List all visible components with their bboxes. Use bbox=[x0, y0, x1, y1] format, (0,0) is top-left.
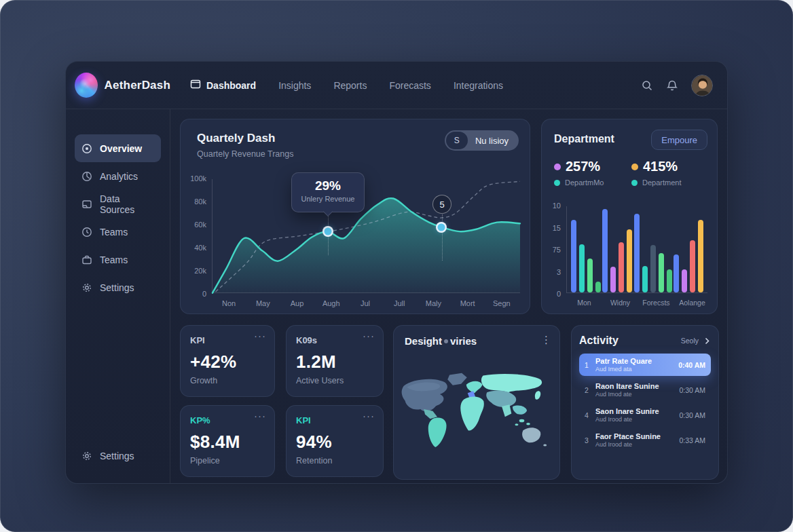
activity-item-title: Faor Ptace Sunine bbox=[595, 432, 674, 440]
kpi-label: K09s bbox=[296, 335, 373, 345]
map-title-right: viries bbox=[450, 335, 477, 347]
activity-time: 0:40 AM bbox=[678, 361, 705, 369]
tooltip-label: Unlery Revenue bbox=[292, 195, 364, 203]
bar-group bbox=[634, 206, 672, 292]
nav-item-reports[interactable]: Reports bbox=[333, 80, 367, 91]
kpi-menu-ellipsis-icon[interactable]: ··· bbox=[363, 330, 375, 341]
user-avatar[interactable] bbox=[691, 75, 713, 96]
legend-dot-teal bbox=[554, 180, 560, 186]
bar[interactable] bbox=[587, 259, 593, 292]
bar[interactable] bbox=[610, 267, 616, 292]
analytics-icon bbox=[81, 171, 92, 182]
search-icon[interactable] bbox=[641, 79, 653, 92]
department-stat: 257% DepartmMo bbox=[554, 159, 631, 187]
sidebar-item-overview[interactable]: Overview bbox=[75, 134, 161, 162]
content-area: Quartely Dash Quartely Revenue Trangs S … bbox=[170, 109, 727, 483]
bar-group bbox=[571, 206, 601, 292]
sidebar-item-analytics[interactable]: Analytics bbox=[75, 162, 161, 190]
kpi-label: KPI bbox=[296, 415, 373, 425]
nav-item-integrations[interactable]: Integrations bbox=[454, 80, 503, 91]
bar[interactable] bbox=[682, 269, 687, 292]
sidebar: Overview Analytics Data Sources Teams Te… bbox=[66, 109, 170, 483]
department-y-axis: 10157530 bbox=[542, 202, 561, 298]
kpi-menu-ellipsis-icon[interactable]: ··· bbox=[363, 410, 375, 421]
kpi-card-retention: KPI ··· 94% Retention bbox=[286, 405, 384, 477]
activity-num: 3 bbox=[585, 436, 591, 444]
activity-row[interactable]: 2 Raon Itare Sunine Aud Imod ate 0:30 AM bbox=[579, 379, 711, 401]
bar[interactable] bbox=[634, 214, 640, 292]
activity-row[interactable]: 1 Patr Rate Quare Aud Imed ata 0:40 AM bbox=[579, 354, 711, 376]
y-tick-label: 15 bbox=[553, 224, 561, 232]
activity-time: 0:30 AM bbox=[679, 386, 705, 394]
bar[interactable] bbox=[650, 245, 656, 292]
sidebar-label: Settings bbox=[100, 282, 134, 293]
revenue-area bbox=[213, 198, 520, 293]
sidebar-item-settings[interactable]: Settings bbox=[75, 273, 161, 301]
activity-row[interactable]: 4 Saon Inare Sunire Aud Irood ate 0:30 A… bbox=[579, 404, 711, 426]
bar-group bbox=[674, 206, 703, 292]
sidebar-label: Overview bbox=[100, 143, 142, 154]
bar[interactable] bbox=[690, 240, 695, 292]
bar[interactable] bbox=[602, 209, 608, 292]
screen: AetherDash Dashboard Insights Reports Fo… bbox=[0, 0, 793, 532]
chart-data-point[interactable] bbox=[438, 223, 445, 231]
badge-connector-line bbox=[442, 214, 443, 261]
nav-item-insights[interactable]: Insights bbox=[278, 80, 311, 91]
y-tick-label: 75 bbox=[553, 246, 561, 254]
dashboard-panel: AetherDash Dashboard Insights Reports Fo… bbox=[65, 61, 728, 484]
activity-row[interactable]: 3 Faor Ptace Sunine Aud Irood ate 0:33 A… bbox=[579, 429, 711, 451]
nav-item-dashboard[interactable]: Dashboard bbox=[190, 79, 256, 92]
empoure-button[interactable]: Empoure bbox=[651, 130, 707, 150]
bar[interactable] bbox=[667, 269, 672, 292]
x-tick-label: Widny bbox=[602, 299, 638, 307]
department-stat: 415% Department bbox=[631, 159, 709, 187]
chart-data-point[interactable] bbox=[324, 228, 331, 235]
chevron-right-icon[interactable] bbox=[703, 337, 711, 345]
activity-card: Activity Seoly 1 Patr Rate Quare Aud Ime… bbox=[571, 325, 719, 480]
bar[interactable] bbox=[659, 253, 664, 292]
department-x-axis: MonWidnyForecstsAolange bbox=[566, 299, 710, 307]
activity-item-sub: Aud Imod ate bbox=[595, 391, 674, 398]
kpi-value: $8.4M bbox=[190, 432, 265, 453]
data-point-badge[interactable]: 5 bbox=[432, 195, 451, 214]
toggle-option-s[interactable]: S bbox=[446, 132, 468, 149]
bar[interactable] bbox=[698, 220, 703, 292]
kpi-value: 1.2M bbox=[296, 352, 373, 373]
kpi-card-growth: KPI ··· +42% Growth bbox=[180, 325, 275, 397]
sidebar-item-teams-2[interactable]: Teams bbox=[75, 246, 161, 273]
sidebar-item-data-sources[interactable]: Data Sources bbox=[75, 190, 161, 218]
chart-mode-toggle[interactable]: S Nu lisioy bbox=[445, 130, 519, 151]
app-name: AetherDash bbox=[105, 79, 170, 92]
bar[interactable] bbox=[595, 282, 601, 293]
kpi-value: 94% bbox=[296, 432, 373, 453]
activity-title: Activity bbox=[579, 335, 619, 347]
clock-icon bbox=[81, 227, 92, 238]
activity-item-sub: Aud Irood ate bbox=[595, 441, 674, 448]
bar[interactable] bbox=[619, 242, 624, 292]
nav-item-forecasts[interactable]: Forecasts bbox=[389, 80, 430, 91]
x-tick-label: Mon bbox=[566, 299, 602, 307]
bar[interactable] bbox=[579, 244, 585, 292]
x-tick-label: Jull bbox=[382, 299, 416, 307]
kebab-menu-icon[interactable]: ⋮ bbox=[541, 334, 551, 346]
chart-tooltip: 29% Unlery Revenue bbox=[291, 172, 365, 212]
app-logo-icon bbox=[75, 73, 98, 98]
world-map bbox=[399, 354, 554, 474]
kpi-menu-ellipsis-icon[interactable]: ··· bbox=[254, 410, 266, 421]
bar[interactable] bbox=[642, 266, 648, 292]
bell-icon[interactable] bbox=[666, 79, 678, 92]
kpi-sublabel: Retention bbox=[296, 456, 373, 466]
activity-link[interactable]: Seoly bbox=[681, 337, 699, 345]
toggle-option-label[interactable]: Nu lisioy bbox=[468, 136, 517, 146]
sidebar-item-settings-bottom[interactable]: Settings bbox=[75, 442, 161, 470]
y-tick-label: 40k bbox=[194, 244, 206, 252]
bar[interactable] bbox=[627, 229, 632, 292]
stat-dot-purple bbox=[554, 164, 561, 170]
bar[interactable] bbox=[674, 254, 679, 292]
kpi-menu-ellipsis-icon[interactable]: ··· bbox=[254, 330, 266, 341]
map-card-title: Desight viries bbox=[405, 335, 477, 347]
gear-icon bbox=[81, 282, 92, 293]
bar[interactable] bbox=[571, 220, 576, 292]
sidebar-item-teams[interactable]: Teams bbox=[75, 218, 161, 246]
y-tick-label: 60k bbox=[194, 221, 206, 229]
